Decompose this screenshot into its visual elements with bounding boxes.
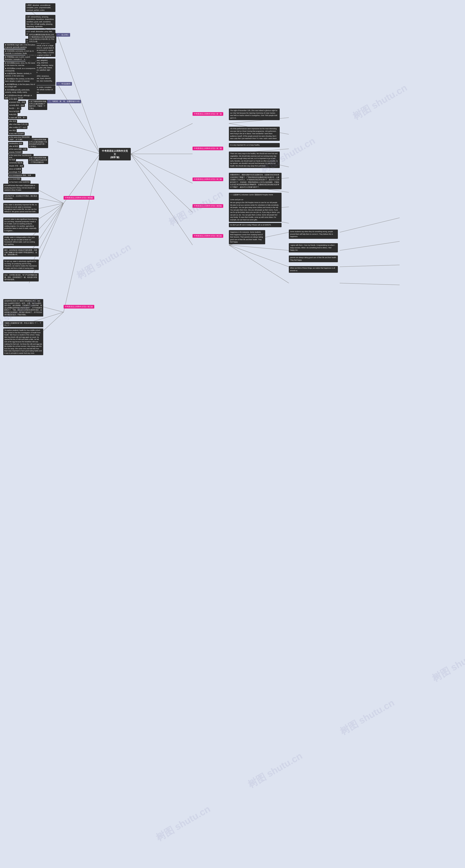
time-word-4: first 第一、首一 xyxy=(8,107,21,110)
section-label-synonyms: 一、近义词汇 xyxy=(56,33,70,37)
essay-2-block-2: There are many ways to be healthy. We sh… xyxy=(229,152,280,168)
water2-node-3: To explore students' health for Hua midd… xyxy=(3,329,43,355)
watermark-9: 树图 shutu.cn xyxy=(338,696,397,738)
time-word-24: as a consequence 因此、结果 xyxy=(8,174,35,177)
watermark-7: 树图 shutu.cn xyxy=(154,803,213,844)
connector-node-1: ★ 首好用词to begin with, in the first place,… xyxy=(4,43,37,49)
water-essay-label-2: 中考英语近义词和作文范文 第五篇 xyxy=(64,305,94,309)
synonym-node-1: 1.绝对: absolute, unconditional, complete,… xyxy=(25,3,55,12)
watermark-3: 树图 shutu.cn xyxy=(74,241,133,282)
time-word-17: anyway 无论如何 xyxy=(8,151,23,154)
time-word-3: currently 现在；目前 xyxy=(8,104,25,107)
essay-3-block-1: 亲爱的同学们，感谢大家参与社区志愿者活动。志愿者活动已经在我们社区举行了两届了。… xyxy=(229,173,282,189)
connector-node-7: ★ 表示相反on the contrary, on the other hand… xyxy=(4,77,37,83)
synonym-node-2: 2.好: extraordinary, amazing, miraculous,… xyxy=(25,15,55,28)
essay-5-sub-1: Some students say when they do something… xyxy=(289,229,338,239)
essay-4-block-2: So don't put off! Join in today! Please … xyxy=(229,223,282,227)
svg-line-26 xyxy=(229,245,289,283)
water-node-3: First, water is absolutely important for… xyxy=(3,203,39,213)
synonym-note: 你可以在哪里看见更多英语近义词汇?更多英语近义词汇更多更全的英文近义词和词义介绍… xyxy=(28,33,56,43)
time-word-22: above all 最重要 xyxy=(8,167,22,170)
svg-line-7 xyxy=(131,154,193,245)
essay-5-sub-3: parents are always taking good care of t… xyxy=(289,255,338,262)
essay-label-2: 中考英语近义词和作文范文 第二篇 xyxy=(193,147,223,150)
water-node-1: it is well-known that water indispensabl… xyxy=(3,184,39,192)
essay-1-block-1: The night of November 12th, 20xx was ind… xyxy=(229,108,280,120)
time-word-20: conversely 相反地 xyxy=(8,161,23,164)
svg-line-0 xyxy=(57,34,100,154)
time-word-25: as a result 因此 xyxy=(8,178,21,181)
connector-node-4: ★ 表示原因because, since, for, the cause of,… xyxy=(4,61,37,67)
time-word-11: also 而且 xyxy=(8,129,17,132)
connector-node-6: ★ 比较类比like, likewise, similarly, in comm… xyxy=(4,72,37,78)
time-word-6: firstly 首先 xyxy=(8,113,18,116)
essay-label-1: 中考英语近义词和作文范文 第一篇 xyxy=(193,112,223,116)
svg-line-28 xyxy=(340,241,400,250)
watermark-8: 树图 shutu.cn xyxy=(245,749,304,791)
svg-line-40 xyxy=(64,154,100,312)
water-node-5: Finally, water is indispensable in this,… xyxy=(3,236,39,246)
water-node-4: second, water is also significant forpro… xyxy=(3,217,39,232)
time-word-7: to start with 首先、第一 xyxy=(8,116,27,119)
time-word-21: despite 尽管、虽然 xyxy=(8,164,24,167)
time-word-19: but 但是 xyxy=(8,158,16,161)
watermark-6: 树图 shutu.cn xyxy=(350,82,409,123)
time-word-note2: 3.先了/省时的用词/准确文字让主题的可以的可用一个字单位间接向你 xyxy=(28,156,48,164)
essay-label-5: 中考英语近义词和作文范文 第五篇 xyxy=(193,234,223,238)
section-label-time: 二、句时词、来、有、在哪些地方小结 xyxy=(47,100,81,103)
connector-node-8: ★ 表示顺序firstly, in the first place, first… xyxy=(4,83,37,88)
svg-line-3 xyxy=(131,123,193,154)
essay-5-sub-2: I agree with them. I love my friends. Co… xyxy=(289,243,338,252)
essay-1-block-2: All of the performances were impressive … xyxy=(229,127,280,141)
time-word-26: as has been noted 如前所述 xyxy=(8,181,30,184)
center-node: 中考英语近义词和作文范文(推荐7篇) xyxy=(99,148,131,160)
water-essay-label-1: 中考英语近义词和作文范文 第四篇 xyxy=(64,196,94,199)
water-node-2: 水也无处不在，仅在我们不可用的，我们竟还是无法承担。 xyxy=(3,194,39,200)
mind-map: 树图 shutu.cn 树图 shutu.cn 树图 shutu.cn 树图 s… xyxy=(0,0,465,868)
time-word-12: at any rate 无论如何 xyxy=(8,132,25,135)
time-word-2: at present 现在；目前 xyxy=(8,101,26,104)
essay-label-4: 中考英语近义词和作文范文 第四篇 xyxy=(193,204,223,208)
time-word-16: all the same 就是、也是 xyxy=(8,148,27,151)
connector-node-2: ★ 末后结语to summarize, to sum up, to conclu… xyxy=(4,49,37,55)
time-word-5: first of all 首先 xyxy=(8,110,20,113)
svg-line-27 xyxy=(340,218,400,232)
time-word-1: at first 最先 xyxy=(8,98,18,101)
time-word-23: accordingly 于是 xyxy=(8,170,22,174)
time-word-8: after 此后 xyxy=(8,120,17,123)
svg-line-30 xyxy=(340,283,400,285)
essay-4-block-1: We are going to the Old Peoples Home to … xyxy=(229,200,282,222)
time-word-10: after a while 过了一会儿 xyxy=(8,126,27,129)
svg-line-25 xyxy=(229,245,289,267)
time-word-13: at the same time 同时的同时("有时"，作"与"解) xyxy=(8,136,32,141)
connector-node-9: ★ 表示强调especially, particularly, certainl… xyxy=(4,88,37,94)
watermark-10: 树图 shutu.cn xyxy=(430,643,465,685)
water2-node-1: 全结的学生关系:为了调查引导教师的工作工，Wei Wei Hua这样介绍自己一起… xyxy=(3,299,43,316)
time-word-15: after all 终归 xyxy=(8,145,19,148)
time-note: 1.先了/省时的用词/准确文字让主题后续都在下段的句话，可触指一个字单位 xyxy=(28,100,47,110)
svg-line-6 xyxy=(131,154,193,212)
essay-2-block-1: It is very important for us to keep heal… xyxy=(229,143,280,147)
essay-5-intro: Happiness is for everyone. Some students… xyxy=(229,230,265,244)
water-node-8: 总之，水对我们意涉及，专门产品对我建立能量，回到，所有很复想了一遍，然后进行对情… xyxy=(3,273,39,281)
svg-line-24 xyxy=(229,245,289,250)
svg-line-5 xyxy=(131,154,193,183)
connector-node-5: ★ 表示结果as a result, as a consequence, con… xyxy=(4,67,37,72)
svg-line-2 xyxy=(57,142,100,154)
water-node-6: 最后，由水的好处与很多的可能性观测，为我们能了解解决中国大面积干旱情况的特点，低… xyxy=(3,248,39,257)
svg-line-29 xyxy=(340,265,400,267)
water2-node-2: 为确保人的健康饮食习惯，学生10 级的 2 了一、了开上下？ xyxy=(3,321,43,327)
essay-label-3: 中考英语近义词和作文范文 第三篇 xyxy=(193,178,223,181)
watermark-4: 树图 shutu.cn xyxy=(166,188,225,229)
time-word-14: besides(this) 此外 xyxy=(8,142,23,145)
essay-5-sub-4: When we think of these things, we realiz… xyxy=(289,266,338,273)
svg-line-1 xyxy=(57,84,100,154)
connector-node-3: ★ 举例例如a case in point, a good illustrati… xyxy=(4,55,37,61)
section-label-connectors: 一、常见连接词 xyxy=(56,82,72,86)
time-word-9: after a few days 几天之后 xyxy=(8,123,29,126)
water-node-7: To sum up, water is absolutely significa… xyxy=(3,259,39,270)
